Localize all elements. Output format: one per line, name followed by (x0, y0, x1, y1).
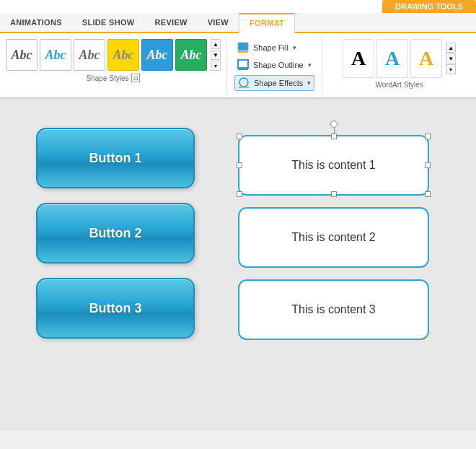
style-scroll-buttons: ▲ ▼ ▾ (211, 39, 221, 71)
wordart-btn-blue[interactable]: A (376, 39, 408, 78)
shape-effects-icon (238, 77, 250, 89)
content-column: This is content 1 This is content 2 This… (238, 121, 429, 340)
handle-tl[interactable] (237, 134, 242, 139)
svg-rect-0 (238, 43, 248, 51)
ppt-button-1[interactable]: Button 1 (36, 128, 195, 188)
svg-rect-3 (238, 69, 248, 70)
handle-ml[interactable] (237, 162, 242, 168)
scroll-more-btn[interactable]: ▾ (211, 61, 221, 71)
wordart-scroll-buttons: ▲ ▼ ▾ (446, 43, 456, 74)
ribbon-content: Abc Abc Abc Abc Abc Abc ▲ (0, 33, 476, 98)
shape-style-btn-1[interactable]: Abc (6, 39, 38, 71)
wordart-btn-orange[interactable]: A (410, 39, 442, 78)
content-box-2[interactable]: This is content 2 (238, 207, 429, 268)
content-box-1[interactable]: This is content 1 (238, 135, 429, 196)
outline-chevron-icon: ▾ (308, 61, 312, 69)
shape-styles-expand-icon[interactable]: ⊡ (131, 74, 140, 82)
wordart-grid: A A A ▲ ▼ ▾ (343, 39, 456, 78)
tab-format[interactable]: FORMAT (239, 13, 295, 33)
shape-style-btn-4[interactable]: Abc (107, 39, 139, 71)
tab-slideshow[interactable]: SLIDE SHOW (72, 13, 145, 32)
handle-bm[interactable] (331, 191, 337, 197)
shape-styles-section: Abc Abc Abc Abc Abc Abc ▲ (0, 36, 227, 95)
style-btn-text-3: Abc (79, 48, 100, 63)
svg-rect-5 (239, 87, 249, 88)
shape-fill-btn[interactable]: Shape Fill ▾ (234, 40, 314, 55)
tab-view[interactable]: VIEW (198, 13, 239, 32)
scroll-down-btn[interactable]: ▼ (211, 50, 221, 60)
style-btn-text-4: Abc (113, 48, 134, 63)
shape-effects-btn[interactable]: Shape Effects ▾ (234, 75, 314, 91)
wordart-section: A A A ▲ ▼ ▾ WordArt Styles (322, 36, 476, 95)
handle-tr[interactable] (425, 134, 431, 139)
content-box-2-label: This is content 2 (291, 231, 376, 244)
shape-fill-icon (237, 42, 249, 53)
handle-tm[interactable] (331, 134, 337, 139)
wordart-scroll-down[interactable]: ▼ (446, 53, 456, 64)
shape-style-btn-3[interactable]: Abc (74, 39, 105, 71)
ppt-button-2[interactable]: Button 2 (36, 203, 195, 263)
svg-point-4 (239, 78, 248, 87)
content-box-3-label: This is content 3 (291, 303, 376, 316)
drawing-tools-label: DRAWING TOOLS (382, 0, 476, 13)
style-btn-text-1: Abc (12, 48, 32, 63)
shape-style-btn-2[interactable]: Abc (40, 39, 71, 71)
svg-rect-1 (238, 51, 248, 53)
tab-animations[interactable]: ANIMATIONS (0, 13, 72, 32)
nav-tabs: ANIMATIONS SLIDE SHOW REVIEW VIEW FORMAT (0, 13, 476, 33)
buttons-column: Button 1 Button 2 Button 3 (36, 128, 195, 339)
effects-chevron-icon: ▾ (307, 79, 311, 87)
handle-mr[interactable] (425, 162, 431, 168)
style-btn-text-2: Abc (45, 48, 66, 63)
svg-rect-2 (238, 60, 248, 68)
ppt-button-3[interactable]: Button 3 (36, 278, 195, 339)
canvas-area: Button 1 Button 2 Button 3 This is conte… (0, 99, 476, 431)
shape-style-btn-5[interactable]: Abc (141, 39, 173, 71)
style-btn-text-6: Abc (181, 48, 202, 63)
handle-br[interactable] (425, 191, 431, 197)
scroll-up-btn[interactable]: ▲ (211, 39, 221, 49)
wordart-styles-label: WordArt Styles (375, 81, 423, 89)
handle-bl[interactable] (237, 191, 242, 197)
shape-outline-icon (237, 59, 249, 71)
content-box-3[interactable]: This is content 3 (238, 279, 429, 340)
content-box-1-label: This is content 1 (291, 159, 376, 172)
shape-options-section: Shape Fill ▾ Shape Outline ▾ Shape Effec… (227, 36, 322, 95)
wordart-btn-black[interactable]: A (343, 39, 374, 78)
style-buttons-grid: Abc Abc Abc Abc Abc Abc ▲ (6, 39, 221, 71)
shape-styles-label: Shape Styles ⊡ (87, 74, 141, 82)
tab-review[interactable]: REVIEW (145, 13, 198, 32)
shape-style-btn-6[interactable]: Abc (175, 39, 207, 71)
drawing-tools-tab: DRAWING TOOLS (0, 0, 476, 13)
rotate-handle[interactable] (330, 121, 338, 128)
wordart-scroll-more[interactable]: ▾ (446, 64, 456, 74)
fill-chevron-icon: ▾ (293, 44, 296, 51)
shape-outline-btn[interactable]: Shape Outline ▾ (234, 58, 314, 72)
wordart-scroll-up[interactable]: ▲ (446, 43, 456, 53)
style-btn-text-5: Abc (147, 48, 168, 63)
